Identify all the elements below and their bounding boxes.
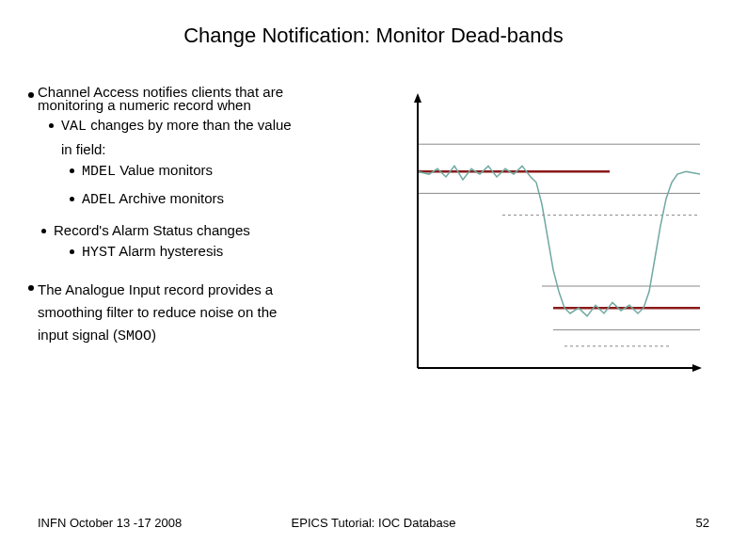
code-hyst: HYST — [82, 245, 116, 261]
footer-right: 52 — [696, 516, 709, 530]
text-line: Value monitors — [116, 162, 213, 178]
svg-marker-11 — [692, 364, 702, 372]
chart-column — [389, 86, 719, 387]
footer-left: INFN October 13 -17 2008 — [38, 516, 182, 530]
text-column: Channel Access notifies clients that are… — [28, 86, 371, 387]
text-line: ) — [151, 327, 156, 343]
bullet-icon — [70, 197, 74, 201]
page-title: Change Notification: Monitor Dead-bands — [28, 24, 719, 48]
bullet-mdel: MDEL Value monitors — [70, 162, 371, 181]
bullet-icon — [28, 92, 34, 98]
bullet-icon — [49, 123, 54, 128]
bullet-icon — [28, 285, 34, 291]
text-line: Alarm hysteresis — [116, 243, 223, 259]
code-adel: ADEL — [82, 192, 116, 208]
footer-center: EPICS Tutorial: IOC Database — [292, 516, 456, 530]
text-line: in field: — [61, 141, 292, 158]
text-line: Archive monitors — [116, 190, 224, 206]
bullet-para2: The Analogue Input record provides a smo… — [28, 279, 371, 348]
bullet-adel: ADEL Archive monitors — [70, 190, 371, 209]
code-smoo: SMOO — [118, 328, 151, 344]
bullet-icon — [70, 168, 74, 173]
footer: INFN October 13 -17 2008 EPICS Tutorial:… — [0, 516, 747, 530]
code-val: VAL — [61, 119, 87, 135]
bullet-alarm: Record's Alarm Status changes — [41, 222, 371, 239]
deadband-chart — [389, 86, 719, 387]
bullet-hyst: HYST Alarm hysteresis — [70, 243, 371, 262]
bullet-val: VAL changes by more than the value in fi… — [49, 117, 371, 158]
text-line: smoothing filter to reduce noise on the — [38, 304, 277, 320]
text-line: The Analogue Input record provides a — [38, 281, 273, 297]
code-mdel: MDEL — [82, 164, 116, 180]
text-line: input signal ( — [38, 327, 118, 343]
content-area: Channel Access notifies clients that are… — [28, 86, 719, 387]
text-line: Record's Alarm Status changes — [54, 222, 250, 239]
text-line: monitoring a numeric record when — [38, 97, 251, 113]
text-line: changes by more than the value — [87, 117, 292, 133]
bullet-icon — [70, 249, 74, 254]
svg-marker-10 — [414, 93, 421, 103]
bullet-icon — [41, 229, 46, 233]
bullet-top: Channel Access notifies clients that are… — [28, 86, 371, 113]
